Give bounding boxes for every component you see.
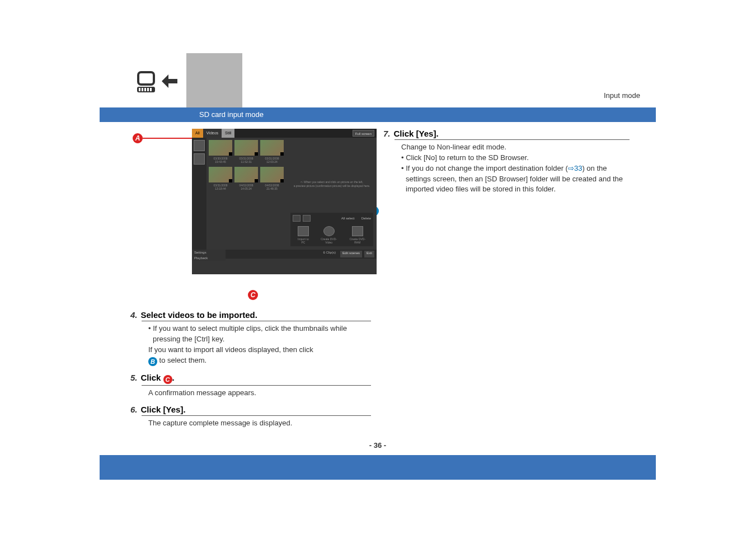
- section-title: SD card input mode: [100, 107, 656, 122]
- step-7-line1: Change to Non-linear edit mode.: [401, 142, 630, 153]
- step-4-title: Select videos to be imported.: [141, 310, 257, 320]
- marker-a-icon: A: [133, 133, 143, 143]
- step-4-line1: • If you want to select multiple clips, …: [148, 324, 371, 345]
- create-dvd-video-icon: [323, 226, 335, 236]
- svg-rect-2: [139, 88, 140, 91]
- svg-rect-6: [150, 88, 152, 91]
- sd-browser-screenshot: A B C All Videos Still Full screen: [136, 129, 371, 297]
- inline-marker-b-icon: B: [148, 357, 157, 366]
- delete-label: Delete: [361, 217, 371, 220]
- import-pc-icon: [298, 226, 309, 236]
- step-6-title: Click [Yes].: [141, 405, 186, 414]
- step-7-line3: • If you do not change the import destin…: [401, 163, 630, 195]
- gray-header-strip: [186, 53, 242, 112]
- mode-label: Input mode: [604, 91, 640, 100]
- clip-count: 6 Clip(s): [226, 250, 338, 259]
- step-5-num: 5.: [130, 373, 138, 382]
- side-btn-1: [194, 140, 205, 151]
- step-5: 5. Click C. A confirmation message appea…: [130, 373, 371, 399]
- step-4-line3: B to select them.: [148, 355, 371, 366]
- page-33-link[interactable]: 33: [574, 164, 582, 172]
- next-btn: [303, 215, 311, 222]
- section-title-bar: SD card input mode: [100, 107, 656, 122]
- step-6: 6. Click [Yes]. The capture complete mes…: [130, 405, 371, 429]
- playback-label: Playback: [192, 255, 226, 261]
- blue-footer-bar: [100, 455, 656, 480]
- step-7-num: 7.: [383, 129, 391, 138]
- inline-marker-c-icon: C: [163, 375, 172, 384]
- page-number: - 36 -: [100, 441, 656, 449]
- tab-all: All: [192, 129, 203, 138]
- tab-videos: Videos: [203, 129, 222, 138]
- header-icon-group: [136, 71, 181, 102]
- step-7: 7. Click [Yes]. Change to Non-linear edi…: [383, 129, 630, 195]
- svg-rect-0: [138, 72, 154, 85]
- create-dvd-ram-icon: [352, 226, 363, 236]
- svg-rect-5: [147, 88, 149, 91]
- tab-still: Still: [222, 129, 234, 138]
- prev-btn: [293, 215, 300, 222]
- preview-hint: <- When you select and click on picture …: [290, 180, 373, 188]
- svg-rect-4: [144, 88, 146, 91]
- step-5-body: A confirmation message appears.: [148, 388, 371, 399]
- side-btn-2: [194, 153, 205, 165]
- left-column: A B C All Videos Still Full screen: [130, 129, 371, 435]
- step-6-num: 6.: [130, 405, 138, 414]
- exit-btn: Exit: [364, 251, 374, 257]
- step-4-line2: If you want to import all videos display…: [148, 345, 371, 355]
- all-select-label: All select: [341, 217, 355, 220]
- full-screen-button: Full screen: [353, 130, 374, 137]
- link-arrow-icon: ⇨: [568, 164, 574, 172]
- callout-line-a: [143, 138, 192, 139]
- settings-label: Settings: [192, 250, 226, 255]
- step-7-title: Click [Yes].: [394, 129, 439, 138]
- step-7-line2: • Click [No] to return to the SD Browser…: [401, 153, 630, 163]
- arrow-left-icon: [162, 73, 177, 89]
- marker-c-icon: C: [248, 290, 258, 300]
- step-4: 4. Select videos to be imported. • If yo…: [130, 310, 371, 366]
- step-5-title: Click C.: [141, 373, 175, 384]
- thumbnail-grid: 03/30/2008 19:43:45 03/31/2008 11:52:31 …: [206, 138, 287, 250]
- step-4-num: 4.: [130, 310, 138, 320]
- right-column: 7. Click [Yes]. Change to Non-linear edi…: [383, 129, 630, 202]
- sd-browser-window: All Videos Still Full screen: [192, 129, 377, 274]
- edit-scenes-btn: Edit scenes: [340, 251, 362, 257]
- monitor-icon: [136, 71, 158, 93]
- svg-rect-3: [142, 88, 143, 91]
- step-6-body: The capture complete message is displaye…: [148, 418, 371, 429]
